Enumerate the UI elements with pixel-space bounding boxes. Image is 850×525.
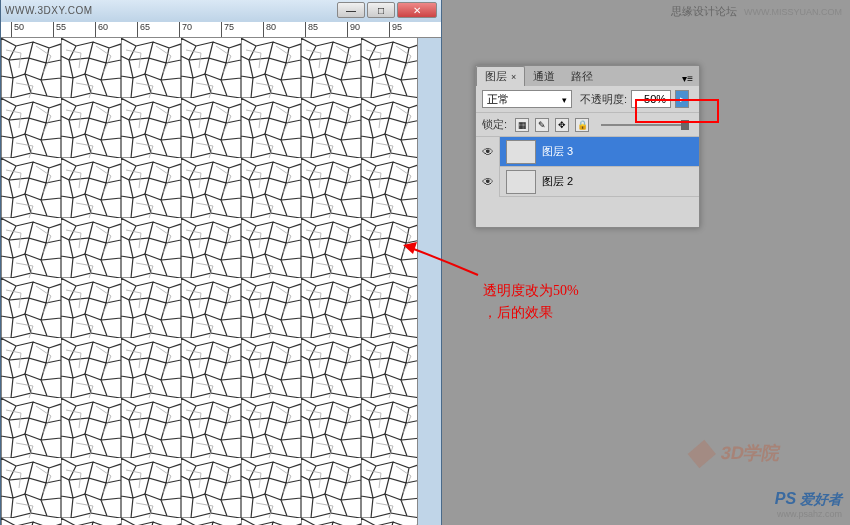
eye-icon bbox=[482, 175, 494, 189]
document-title: WWW.3DXY.COM bbox=[5, 5, 92, 16]
tab-close-icon[interactable]: × bbox=[511, 72, 516, 82]
opacity-label: 不透明度: bbox=[580, 92, 627, 107]
canvas-area[interactable] bbox=[1, 38, 441, 525]
svg-rect-1 bbox=[1, 38, 417, 525]
lock-brush-icon[interactable]: ✎ bbox=[535, 118, 549, 132]
panel-menu-icon[interactable]: ▾≡ bbox=[676, 71, 699, 86]
minimize-button[interactable]: — bbox=[337, 2, 365, 18]
blend-mode-select[interactable]: 正常 bbox=[482, 90, 572, 108]
lock-transparent-icon[interactable]: ▦ bbox=[515, 118, 529, 132]
document-window: WWW.3DXY.COM — □ ✕ 50 55 60 65 70 75 80 … bbox=[0, 0, 442, 525]
layer-list: 图层 3 图层 2 bbox=[476, 137, 699, 227]
layer-list-empty bbox=[476, 197, 699, 227]
blend-opacity-row: 正常 不透明度: 50% ▸ bbox=[476, 86, 699, 113]
watermark-top: 思缘设计论坛 WWW.MISSYUAN.COM bbox=[671, 4, 842, 19]
layer-item-2[interactable]: 图层 2 bbox=[476, 167, 699, 197]
tab-layers[interactable]: 图层 × bbox=[476, 66, 525, 86]
watermark-3d-logo: 3D学院 bbox=[690, 441, 782, 465]
canvas-scrollbar-area[interactable] bbox=[417, 38, 441, 525]
close-button[interactable]: ✕ bbox=[397, 2, 437, 18]
panel-tabs: 图层 × 通道 路径 ▾≡ bbox=[476, 66, 699, 86]
visibility-toggle[interactable] bbox=[476, 137, 500, 167]
cube-icon bbox=[688, 440, 716, 468]
layer-item-3[interactable]: 图层 3 bbox=[476, 137, 699, 167]
layers-panel: 图层 × 通道 路径 ▾≡ 正常 不透明度: 50% ▸ 锁定: ▦ ✎ ✥ 🔒 bbox=[475, 65, 700, 228]
tab-channels[interactable]: 通道 bbox=[525, 67, 563, 86]
eye-icon bbox=[482, 145, 494, 159]
lock-all-icon[interactable]: 🔒 bbox=[575, 118, 589, 132]
layer-name: 图层 3 bbox=[542, 144, 573, 159]
layer-thumbnail[interactable] bbox=[506, 140, 536, 164]
layer-name: 图层 2 bbox=[542, 174, 573, 189]
fill-slider[interactable] bbox=[597, 124, 693, 126]
maximize-button[interactable]: □ bbox=[367, 2, 395, 18]
opacity-flyout-button[interactable]: ▸ bbox=[675, 90, 689, 108]
document-titlebar[interactable]: WWW.3DXY.COM — □ ✕ bbox=[1, 0, 441, 20]
lock-label: 锁定: bbox=[482, 117, 507, 132]
tab-paths[interactable]: 路径 bbox=[563, 67, 601, 86]
lock-icons: ▦ ✎ ✥ 🔒 bbox=[515, 118, 589, 132]
voronoi-pattern bbox=[1, 38, 417, 525]
watermark-bottom: PS 爱好者 www.psahz.com bbox=[775, 490, 842, 519]
opacity-input[interactable]: 50% bbox=[631, 90, 671, 108]
lock-fill-row: 锁定: ▦ ✎ ✥ 🔒 bbox=[476, 113, 699, 137]
canvas-content bbox=[1, 38, 417, 525]
caret-down-icon bbox=[562, 93, 567, 105]
visibility-toggle[interactable] bbox=[476, 167, 500, 197]
slider-thumb[interactable] bbox=[681, 120, 689, 130]
lock-move-icon[interactable]: ✥ bbox=[555, 118, 569, 132]
layer-thumbnail[interactable] bbox=[506, 170, 536, 194]
window-controls: — □ ✕ bbox=[337, 2, 437, 18]
annotation-text: 透明度改为50% ，后的效果 bbox=[483, 280, 579, 325]
horizontal-ruler[interactable]: 50 55 60 65 70 75 80 85 90 95 bbox=[1, 22, 441, 38]
